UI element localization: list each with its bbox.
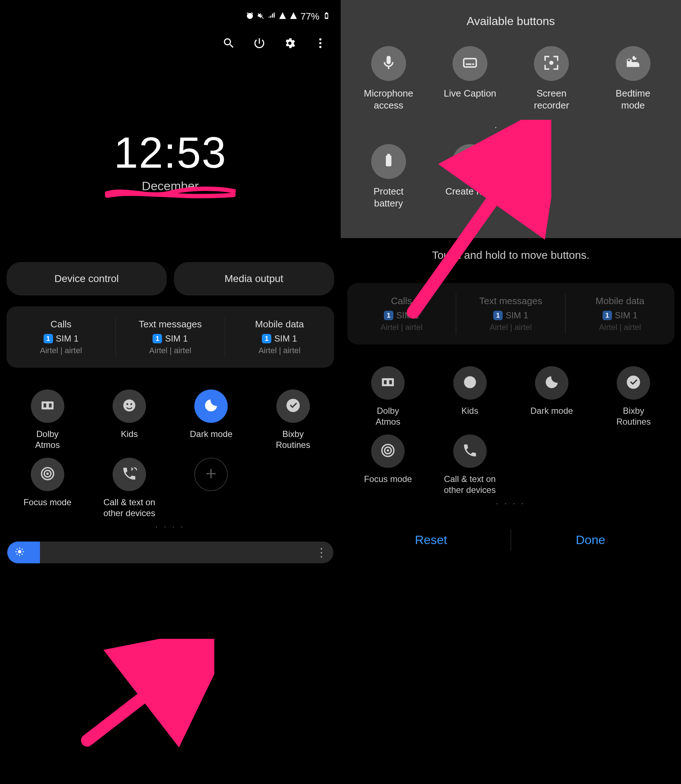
- page-dots[interactable]: · · · ·: [4, 522, 337, 531]
- power-icon[interactable]: [253, 37, 266, 51]
- caption-icon: [462, 54, 478, 73]
- tile-add[interactable]: [170, 458, 252, 518]
- svg-point-25: [550, 61, 554, 65]
- page-dots-right[interactable]: · · · ·: [344, 499, 678, 507]
- status-bar: 77%: [4, 7, 337, 22]
- avail-create-note[interactable]: Create note: [429, 144, 511, 209]
- dolby-icon: [380, 374, 396, 392]
- svg-rect-26: [386, 155, 391, 167]
- plus-icon: [203, 466, 219, 483]
- bed-icon: [625, 54, 641, 73]
- svg-rect-5: [49, 404, 51, 408]
- screen-recorder-icon: [543, 54, 560, 73]
- svg-rect-22: [464, 59, 477, 67]
- edit-tiles-panel-right: Available buttons Microphoneaccess Live …: [340, 0, 681, 784]
- quick-settings-panel-left: 77% 12:53 December Device control Media …: [0, 0, 340, 784]
- battery-icon: [323, 11, 331, 22]
- clock-time: 12:53: [4, 127, 337, 177]
- avail-live-caption[interactable]: Live Caption: [429, 46, 511, 111]
- sun-icon: [14, 547, 25, 558]
- device-control-button[interactable]: Device control: [6, 262, 167, 296]
- svg-rect-27: [387, 154, 390, 156]
- svg-point-11: [46, 473, 49, 475]
- drag-dots: • • •: [348, 126, 674, 130]
- battery-protect-icon: [380, 152, 397, 171]
- battery-percent: 77%: [300, 11, 319, 22]
- svg-line-21: [87, 653, 200, 740]
- moon-icon: [203, 397, 219, 415]
- svg-point-1: [319, 42, 321, 44]
- call-sync-icon: [121, 466, 137, 483]
- sim-card[interactable]: Calls 1SIM 1 Airtel | airtel Text messag…: [6, 306, 334, 368]
- svg-line-18: [22, 554, 22, 555]
- tile-call-text[interactable]: Call & text onother devices: [88, 458, 170, 518]
- svg-line-17: [17, 549, 17, 550]
- target-icon: [40, 466, 55, 483]
- media-output-button[interactable]: Media output: [174, 262, 334, 296]
- annotation-arrow-left: [76, 639, 214, 748]
- moon-icon: [544, 374, 560, 392]
- svg-line-20: [22, 549, 22, 550]
- tile-dolby-atmos[interactable]: DolbyAtmos: [6, 389, 88, 450]
- clock: 12:53 December: [4, 127, 337, 193]
- svg-point-7: [127, 403, 128, 405]
- svg-line-19: [17, 554, 17, 555]
- quick-tiles-bg: DolbyAtmos Kids Dark mode BixbyRoutines …: [344, 366, 678, 495]
- svg-point-0: [319, 38, 321, 41]
- tile-dark-mode[interactable]: Dark mode: [170, 389, 252, 450]
- quick-tiles: DolbyAtmos Kids Dark mode BixbyRoutines …: [4, 389, 337, 518]
- reset-button[interactable]: Reset: [352, 526, 511, 554]
- tile-kids[interactable]: Kids: [88, 389, 170, 450]
- svg-rect-4: [44, 404, 46, 408]
- kids-icon: [121, 397, 137, 415]
- svg-point-6: [124, 400, 135, 412]
- kids-icon: [462, 374, 478, 392]
- data-icon: [268, 11, 276, 22]
- tile-focus-mode-bg[interactable]: Focus mode: [347, 435, 429, 495]
- more-icon[interactable]: [314, 37, 327, 51]
- svg-rect-32: [384, 380, 386, 384]
- clock-date: December: [4, 179, 337, 193]
- sim-calls[interactable]: Calls 1SIM 1 Airtel | airtel: [6, 317, 116, 357]
- tile-bixby-routines-bg[interactable]: BixbyRoutines: [593, 366, 675, 427]
- tile-dark-mode-bg[interactable]: Dark mode: [511, 366, 592, 427]
- svg-rect-23: [466, 63, 472, 65]
- available-buttons-section: Available buttons Microphoneaccess Live …: [340, 0, 681, 238]
- settings-icon[interactable]: [283, 37, 296, 51]
- tile-kids-bg[interactable]: Kids: [429, 366, 511, 427]
- sim-data[interactable]: Mobile data 1SIM 1 Airtel | airtel: [225, 317, 334, 357]
- panel-toolbar: [4, 22, 337, 51]
- target-icon: [380, 443, 396, 460]
- brightness-slider[interactable]: ⋮: [7, 542, 333, 563]
- svg-point-12: [18, 550, 21, 553]
- sim-messages[interactable]: Text messages 1SIM 1 Airtel | airtel: [116, 317, 225, 357]
- done-button[interactable]: Done: [511, 526, 670, 554]
- signal-icon: [279, 11, 287, 22]
- svg-rect-31: [382, 378, 394, 386]
- avail-bedtime-mode[interactable]: Bedtimemode: [592, 46, 674, 111]
- signal-icon-2: [290, 11, 298, 22]
- call-sync-icon: [462, 443, 478, 460]
- tile-focus-mode[interactable]: Focus mode: [6, 458, 88, 518]
- pill-row: Device control Media output: [4, 262, 337, 296]
- sim-card-bg: Calls 1SIM 1 Airtel | airtel Text messag…: [347, 283, 675, 345]
- svg-point-2: [319, 46, 321, 48]
- tile-dolby-atmos-bg[interactable]: DolbyAtmos: [347, 366, 429, 427]
- mic-icon: [380, 54, 397, 73]
- note-icon: [462, 152, 478, 171]
- svg-rect-24: [472, 63, 474, 65]
- search-icon[interactable]: [222, 37, 235, 51]
- tile-call-text-bg[interactable]: Call & text onother devices: [429, 435, 511, 495]
- avail-microphone-access[interactable]: Microphoneaccess: [348, 46, 429, 111]
- svg-point-34: [464, 376, 476, 388]
- bottom-bar: Reset Done: [344, 526, 678, 554]
- routines-icon: [285, 397, 301, 415]
- edit-hint: Touch and hold to move buttons.: [344, 249, 678, 261]
- routines-icon: [626, 374, 641, 392]
- svg-point-8: [130, 403, 132, 405]
- tile-bixby-routines[interactable]: BixbyRoutines: [252, 389, 334, 450]
- svg-rect-33: [390, 380, 392, 384]
- avail-screen-recorder[interactable]: Screenrecorder: [511, 46, 592, 111]
- brightness-more-icon[interactable]: ⋮: [316, 545, 326, 560]
- avail-protect-battery[interactable]: Protectbattery: [348, 144, 429, 209]
